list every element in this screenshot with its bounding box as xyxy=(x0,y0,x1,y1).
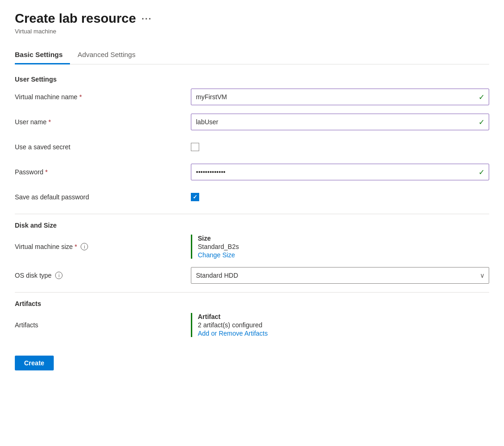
vm-name-control: ✓ xyxy=(191,89,489,105)
saved-secret-label: Use a saved secret xyxy=(15,143,191,151)
divider-1 xyxy=(15,214,489,214)
vm-name-row: Virtual machine name * ✓ xyxy=(15,89,489,105)
section-user-settings: User Settings xyxy=(15,76,489,83)
password-control: ✓ xyxy=(191,164,489,180)
artifacts-row: Artifacts Artifact 2 artifact(s) configu… xyxy=(15,313,489,337)
username-row: User name * ✓ xyxy=(15,114,489,130)
save-default-password-row: Save as default password xyxy=(15,189,489,205)
vm-size-row: Virtual machine size * i Size Standard_B… xyxy=(15,235,489,259)
os-disk-info-icon[interactable]: i xyxy=(55,272,63,279)
os-disk-type-label: OS disk type i xyxy=(15,272,191,279)
vm-size-info-icon[interactable]: i xyxy=(81,243,88,250)
required-star-vm-name: * xyxy=(79,93,82,101)
artifact-heading: Artifact xyxy=(198,313,489,320)
tabs-bar: Basic Settings Advanced Settings xyxy=(15,46,489,64)
required-star-vm-size: * xyxy=(75,243,77,250)
change-size-link[interactable]: Change Size xyxy=(198,251,489,259)
page-title: Create lab resource ··· xyxy=(15,11,152,26)
username-label: User name * xyxy=(15,118,191,126)
artifacts-label: Artifacts xyxy=(15,321,191,329)
size-value: Standard_B2s xyxy=(198,243,489,250)
saved-secret-control xyxy=(191,143,489,151)
os-disk-type-control: Standard HDD Standard SSD Premium SSD ∨ xyxy=(191,267,489,284)
section-disk-size: Disk and Size xyxy=(15,222,489,229)
more-options-button[interactable]: ··· xyxy=(141,13,152,24)
password-label: Password * xyxy=(15,168,191,176)
vm-size-control: Size Standard_B2s Change Size xyxy=(191,235,489,259)
action-buttons: Create xyxy=(15,348,489,370)
vm-name-check-icon: ✓ xyxy=(479,93,485,102)
artifacts-control: Artifact 2 artifact(s) configured Add or… xyxy=(191,313,489,337)
divider-2 xyxy=(15,292,489,293)
required-star-username: * xyxy=(48,118,50,126)
password-check-icon: ✓ xyxy=(479,168,485,177)
username-check-icon: ✓ xyxy=(479,118,485,127)
username-input[interactable] xyxy=(191,114,489,130)
username-control: ✓ xyxy=(191,114,489,130)
vm-name-label: Virtual machine name * xyxy=(15,93,191,101)
vm-name-input[interactable] xyxy=(191,89,489,105)
add-remove-artifacts-link[interactable]: Add or Remove Artifacts xyxy=(198,330,489,337)
page-subtitle: Virtual machine xyxy=(15,28,489,35)
page-title-text: Create lab resource xyxy=(15,11,136,26)
size-heading: Size xyxy=(198,235,489,242)
save-default-password-checkbox[interactable] xyxy=(191,193,199,201)
saved-secret-checkbox[interactable] xyxy=(191,143,199,151)
password-row: Password * ✓ xyxy=(15,164,489,180)
section-artifacts: Artifacts xyxy=(15,300,489,307)
password-input[interactable] xyxy=(191,164,489,180)
artifact-count: 2 artifact(s) configured xyxy=(198,321,489,329)
os-disk-dropdown-wrapper: Standard HDD Standard SSD Premium SSD ∨ xyxy=(191,267,489,284)
size-card: Size Standard_B2s Change Size xyxy=(191,235,489,259)
create-button[interactable]: Create xyxy=(15,356,54,370)
os-disk-type-dropdown[interactable]: Standard HDD Standard SSD Premium SSD xyxy=(191,267,489,284)
os-disk-type-row: OS disk type i Standard HDD Standard SSD… xyxy=(15,267,489,284)
save-default-password-control xyxy=(191,193,489,201)
tab-advanced-settings[interactable]: Advanced Settings xyxy=(77,46,143,64)
artifact-card: Artifact 2 artifact(s) configured Add or… xyxy=(191,313,489,337)
required-star-password: * xyxy=(45,168,47,176)
save-default-password-label: Save as default password xyxy=(15,193,191,201)
tab-basic-settings[interactable]: Basic Settings xyxy=(15,46,70,64)
saved-secret-row: Use a saved secret xyxy=(15,139,489,155)
vm-size-label: Virtual machine size * i xyxy=(15,243,191,250)
